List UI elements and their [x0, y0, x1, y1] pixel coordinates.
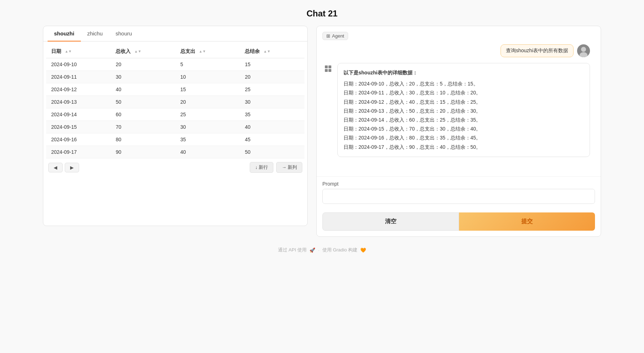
- response-line: 日期：2024-09-13，总收入：50，总支出：20，总结余：30。: [343, 107, 584, 116]
- response-line: 日期：2024-09-14，总收入：60，总支出：25，总结余：35。: [343, 116, 584, 124]
- agent-badge: ⊞ Agent: [322, 32, 348, 40]
- svg-rect-4: [328, 65, 331, 68]
- right-panel: ⊞ Agent 查询shouzhi表中的所有数据: [316, 26, 601, 237]
- cell-income: 30: [111, 71, 175, 83]
- tab-shouru[interactable]: shouru: [109, 26, 138, 41]
- sort-arrows-expense: ▲▼: [199, 50, 206, 53]
- tab-shouzhi[interactable]: shouzhi: [48, 26, 81, 41]
- agent-message-row: 以下是shouzhi表中的详细数据： 日期：2024-09-10，总收入：20，…: [322, 63, 590, 157]
- user-avatar: [577, 44, 590, 57]
- cell-income: 20: [111, 58, 175, 71]
- add-col-button[interactable]: → 新列: [276, 162, 302, 173]
- cell-balance: 35: [240, 108, 304, 121]
- col-expense[interactable]: 总支出 ▲▼: [175, 45, 240, 58]
- agent-bubble: 以下是shouzhi表中的详细数据： 日期：2024-09-10，总收入：20，…: [337, 63, 590, 157]
- action-buttons: 清空 提交: [317, 207, 601, 236]
- svg-point-1: [581, 47, 586, 52]
- response-line: 日期：2024-09-11，总收入：30，总支出：10，总结余：20。: [343, 88, 584, 97]
- table-row: 2024-09-15703040: [46, 121, 304, 133]
- scroll-right-btn[interactable]: ▶: [65, 163, 79, 172]
- table-wrapper: 日期 ▲▼ 总收入 ▲▼ 总支出 ▲▼ 总结余: [43, 41, 307, 158]
- cell-expense: 40: [175, 146, 240, 158]
- gradio-icon: 🧡: [360, 247, 366, 253]
- cell-expense: 35: [175, 133, 240, 146]
- cell-income: 90: [111, 146, 175, 158]
- response-line: 日期：2024-09-12，总收入：40，总支出：15，总结余：25。: [343, 98, 584, 107]
- cell-income: 40: [111, 83, 175, 96]
- col-date[interactable]: 日期 ▲▼: [46, 45, 111, 58]
- cell-date: 2024-09-16: [46, 133, 111, 146]
- cell-balance: 30: [240, 96, 304, 108]
- sort-arrows-income: ▲▼: [134, 50, 141, 53]
- cell-balance: 45: [240, 133, 304, 146]
- response-line: 日期：2024-09-15，总收入：70，总支出：30，总结余：40。: [343, 124, 584, 133]
- svg-rect-3: [325, 65, 328, 68]
- tab-zhichu[interactable]: zhichu: [81, 26, 109, 41]
- cell-expense: 10: [175, 71, 240, 83]
- gradio-text: 使用 Gradio 构建: [322, 247, 357, 253]
- agent-response-icon: [322, 63, 334, 74]
- cell-date: 2024-09-13: [46, 96, 111, 108]
- prompt-section: Prompt: [317, 176, 601, 207]
- cell-balance: 50: [240, 146, 304, 158]
- user-message-row: 查询shouzhi表中的所有数据: [322, 44, 590, 57]
- svg-rect-5: [325, 69, 328, 72]
- submit-button[interactable]: 提交: [459, 212, 595, 231]
- cell-date: 2024-09-10: [46, 58, 111, 71]
- cell-date: 2024-09-11: [46, 71, 111, 83]
- col-income[interactable]: 总收入 ▲▼: [111, 45, 175, 58]
- table-row: 2024-09-12401525: [46, 83, 304, 96]
- footer-separator: ·: [318, 247, 319, 253]
- footer: 通过 API 使用 🚀 · 使用 Gradio 构建 🧡: [278, 247, 366, 260]
- scroll-arrows: ◀ ▶: [48, 163, 79, 172]
- sort-arrows-date: ▲▼: [65, 50, 72, 53]
- sort-arrows-balance: ▲▼: [263, 50, 270, 53]
- cell-expense: 20: [175, 96, 240, 108]
- table-row: 2024-09-11301020: [46, 71, 304, 83]
- table-footer: ◀ ▶ ↓ 新行 → 新列: [43, 158, 307, 173]
- api-text: 通过 API 使用: [278, 247, 307, 253]
- table-row: 2024-09-17904050: [46, 146, 304, 158]
- cell-balance: 15: [240, 58, 304, 71]
- tabs-row: shouzhi zhichu shouru: [43, 26, 307, 41]
- cell-expense: 25: [175, 108, 240, 121]
- cell-balance: 20: [240, 71, 304, 83]
- cell-date: 2024-09-15: [46, 121, 111, 133]
- cell-expense: 15: [175, 83, 240, 96]
- cell-balance: 40: [240, 121, 304, 133]
- data-table: 日期 ▲▼ 总收入 ▲▼ 总支出 ▲▼ 总结余: [46, 45, 304, 158]
- chat-area[interactable]: ⊞ Agent 查询shouzhi表中的所有数据: [317, 26, 601, 176]
- add-row-button[interactable]: ↓ 新行: [250, 162, 273, 173]
- agent-response-heading: 以下是shouzhi表中的详细数据：: [343, 68, 584, 77]
- table-row: 2024-09-14602535: [46, 108, 304, 121]
- cell-expense: 5: [175, 58, 240, 71]
- response-line: 日期：2024-09-17，总收入：90，总支出：40，总结余：50。: [343, 143, 584, 152]
- col-balance[interactable]: 总结余 ▲▼: [240, 45, 304, 58]
- table-row: 2024-09-1020515: [46, 58, 304, 71]
- prompt-input[interactable]: [322, 189, 595, 204]
- cell-income: 70: [111, 121, 175, 133]
- agent-response-lines: 日期：2024-09-10，总收入：20，总支出：5，总结余：15。日期：202…: [343, 79, 584, 152]
- cell-date: 2024-09-17: [46, 146, 111, 158]
- main-layout: shouzhi zhichu shouru 日期 ▲▼ 总收入 ▲▼: [43, 26, 601, 237]
- cell-expense: 30: [175, 121, 240, 133]
- prompt-label: Prompt: [322, 181, 595, 187]
- response-line: 日期：2024-09-10，总收入：20，总支出：5，总结余：15。: [343, 79, 584, 88]
- table-header-row: 日期 ▲▼ 总收入 ▲▼ 总支出 ▲▼ 总结余: [46, 45, 304, 58]
- table-body: 2024-09-10205152024-09-113010202024-09-1…: [46, 58, 304, 158]
- user-bubble: 查询shouzhi表中的所有数据: [501, 44, 574, 57]
- page-title: Chat 21: [307, 9, 338, 19]
- row-col-buttons: ↓ 新行 → 新列: [250, 162, 302, 173]
- left-panel: shouzhi zhichu shouru 日期 ▲▼ 总收入 ▲▼: [43, 26, 308, 226]
- svg-rect-6: [328, 69, 331, 72]
- cell-date: 2024-09-12: [46, 83, 111, 96]
- cell-date: 2024-09-14: [46, 108, 111, 121]
- scroll-left-btn[interactable]: ◀: [48, 163, 63, 172]
- clear-button[interactable]: 清空: [322, 212, 459, 231]
- cell-balance: 25: [240, 83, 304, 96]
- cell-income: 50: [111, 96, 175, 108]
- cell-income: 60: [111, 108, 175, 121]
- table-row: 2024-09-13502030: [46, 96, 304, 108]
- rocket-icon: 🚀: [309, 247, 315, 253]
- cell-income: 80: [111, 133, 175, 146]
